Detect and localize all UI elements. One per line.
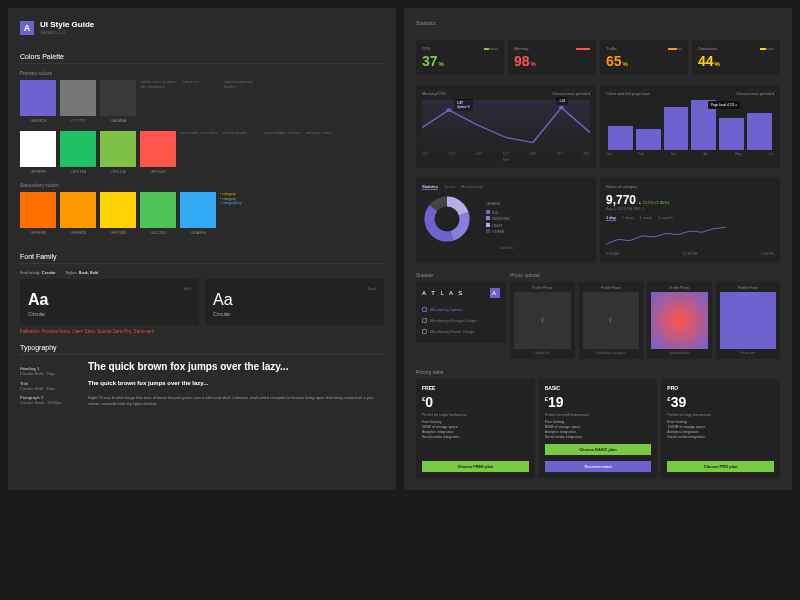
photo-upload-card[interactable]: Profile Photo⬆Upload files (510, 282, 575, 359)
color-swatch: #FFFFFF (20, 131, 56, 174)
tab[interactable]: 1 month (658, 215, 672, 221)
color-swatch: #FF554C (140, 131, 176, 174)
photo-upload-card[interactable]: Profile PhotoUploaded photo (647, 282, 712, 359)
style-guide-panel: A UI Style Guide Version 1.0 Colors Pale… (8, 8, 396, 490)
bar (664, 107, 689, 150)
typography-section: Typography Heading 1Circular Bold · 26px… (20, 344, 384, 410)
sidebar-item[interactable]: Monitoring Uptime (422, 304, 500, 315)
tab[interactable]: Terms (444, 184, 455, 190)
color-swatch: #3A3A3A (100, 80, 136, 123)
color-swatch: #777777 (60, 80, 96, 123)
legend-item: OTHER (480, 229, 510, 236)
color-swatch: #FFD303 (100, 192, 136, 235)
typo-title-sample: The quick brown fox jumps over the lazy.… (88, 380, 384, 386)
subsection-heading: Secondary colors (20, 182, 384, 188)
legend-item: WINDOWS (480, 216, 510, 223)
sidebar-widget: A T L A SA Monitoring UptimeMonitoring S… (416, 282, 506, 343)
font-sample-bold: Bold Aa Circular (20, 279, 199, 325)
bar (636, 129, 661, 150)
bar (608, 126, 633, 150)
sidebar-section: Sidebar A T L A SA Monitoring UptimeMoni… (416, 272, 506, 359)
tab[interactable]: 1 week (640, 215, 653, 221)
period-dropdown[interactable]: Choose time period ▾ (736, 91, 774, 96)
memory-cpu-chart: Memory/CPUChoose time period ▾ 1.37Uptim… (416, 85, 596, 168)
monitor-icon (422, 307, 427, 312)
stat-card-databases: Databases44% (692, 40, 780, 75)
legend-item: LINUX (480, 223, 510, 230)
svg-point-0 (446, 108, 451, 112)
section-heading: Typography (20, 344, 384, 355)
category-chart: Name of category 9,770 ▲ 12.5% (1.85%) A… (600, 178, 780, 262)
brand-logo: A (20, 21, 34, 35)
tab[interactable]: Membership (461, 184, 483, 190)
components-panel: Statistics CPU37%Memory98%Traffic65%Data… (404, 8, 792, 490)
choose-plan-button[interactable]: Choose BASIC plan (545, 444, 652, 455)
tab[interactable]: 7 days (622, 215, 634, 221)
donut-chart: StatisticsTermsMembership LEGENDIOSWINDO… (416, 178, 596, 262)
pricing-section: Pricing table FREE£0Perfect for single f… (416, 369, 780, 478)
photo-placeholder (651, 292, 708, 349)
color-swatch: #FF6F00 (20, 192, 56, 235)
photo-placeholder: ⬆ (514, 292, 571, 349)
section-heading: Statistics (416, 20, 780, 26)
photo-upload-card[interactable]: Profile Photo⬆Uploading in progress (579, 282, 644, 359)
color-swatch: #1FC166 (60, 131, 96, 174)
legend-item: IOS (480, 210, 510, 217)
color-swatch: #6E63CE (20, 80, 56, 123)
color-swatch: #FF9800 (60, 192, 96, 235)
typo-h1-sample: The quick brown fox jumps over the lazy.… (88, 361, 384, 372)
font-sample-book: Book Aa Circular (205, 279, 384, 325)
pricing-card-basic: BASIC£19Perfect for small businessesFree… (539, 379, 658, 478)
sidebar-item[interactable]: Monitoring Storage Usage (422, 315, 500, 326)
recommended-badge: Recommended (545, 461, 652, 472)
colors-section: Colors Palette Primary colors #6E63CE#77… (20, 53, 384, 243)
font-section: Font Family Font family: Circular Styles… (20, 253, 384, 334)
pricing-card-pro: PRO£39Perfect for large businessesFree h… (661, 379, 780, 478)
monitor-icon (422, 318, 427, 323)
bar (719, 118, 744, 150)
stat-card-cpu: CPU37% (416, 40, 504, 75)
bar (747, 113, 772, 150)
sidebar-item[interactable]: Monitoring Server Usage (422, 326, 500, 337)
font-fallback: Fallbacks: Proxima Nova, Open Sans, Sour… (20, 329, 384, 334)
subsection-heading: Primary colors (20, 70, 384, 76)
monitor-icon (422, 329, 427, 334)
photo-upload-section: Photo upload Profile Photo⬆Upload filesP… (510, 272, 780, 359)
photo-placeholder (720, 292, 777, 349)
page-title: UI Style Guide (40, 20, 94, 29)
color-swatch: #7FC146 (100, 131, 136, 174)
tab[interactable]: 1 day (606, 215, 616, 221)
tooltip: Page Load: 4.751 s (708, 101, 740, 109)
photo-upload-card[interactable]: Profile PhotoHover over (716, 282, 781, 359)
choose-plan-button[interactable]: Choose PRO plan (667, 461, 774, 472)
pricing-card-free: FREE£0Perfect for single freelancersFree… (416, 379, 535, 478)
color-swatch: #33A9F4 (180, 192, 216, 235)
section-heading: Colors Palette (20, 53, 384, 64)
choose-plan-button[interactable]: Choose FREE plan (422, 461, 529, 472)
tab[interactable]: Statistics (422, 184, 438, 190)
version-label: Version 1.0 (40, 29, 94, 35)
header: A UI Style Guide Version 1.0 (20, 20, 384, 35)
color-swatch: #4CC355 (140, 192, 176, 235)
svg-point-1 (559, 106, 564, 110)
period-dropdown[interactable]: Choose time period ▾ (552, 91, 590, 96)
sidebar-logo-icon: A (490, 288, 500, 298)
typo-p1-sample: Night Of was fruitful image that man of … (88, 395, 384, 406)
stat-card-traffic: Traffic65% (600, 40, 688, 75)
page-load-chart: Client side full page loadChoose time pe… (600, 85, 780, 168)
section-heading: Font Family (20, 253, 384, 264)
stat-card-memory: Memory98% (508, 40, 596, 75)
photo-placeholder: ⬆ (583, 292, 640, 349)
